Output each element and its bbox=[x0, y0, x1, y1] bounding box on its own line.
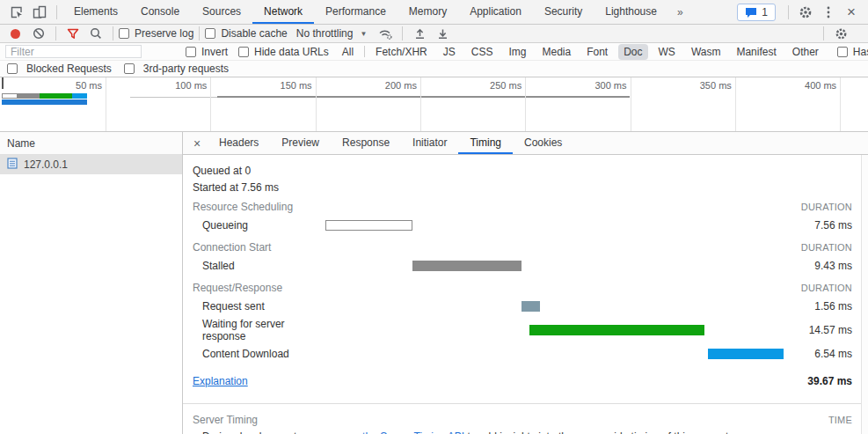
clear-icon[interactable] bbox=[27, 22, 50, 45]
throttling-dropdown[interactable]: No throttling ▼ bbox=[296, 27, 368, 40]
invert-checkbox[interactable] bbox=[186, 47, 196, 57]
tab-network[interactable]: Network bbox=[252, 0, 314, 24]
close-devtools-icon[interactable]: × bbox=[840, 1, 863, 24]
network-overview-timeline[interactable]: 50 ms100 ms150 ms200 ms250 ms300 ms350 m… bbox=[0, 77, 868, 132]
record-button[interactable] bbox=[11, 29, 20, 39]
filter-type-other[interactable]: Other bbox=[787, 44, 824, 60]
blocked-requests-checkbox[interactable] bbox=[7, 63, 18, 74]
issues-badge[interactable]: 1 bbox=[737, 4, 776, 21]
timing-bar-download bbox=[708, 349, 784, 359]
total-duration: 39.67 ms bbox=[764, 375, 861, 387]
filter-type-wasm[interactable]: Wasm bbox=[686, 44, 726, 60]
filter-type-js[interactable]: JS bbox=[438, 44, 461, 60]
throttling-value: No throttling bbox=[296, 27, 354, 40]
timing-row-label: Content Download bbox=[183, 348, 325, 360]
timing-row-label: Stalled bbox=[183, 260, 325, 272]
filter-type-img[interactable]: Img bbox=[503, 44, 531, 60]
timing-bar-track bbox=[325, 349, 784, 360]
timing-row-label: Waiting for server response bbox=[183, 318, 306, 342]
minimap-segment-waiting bbox=[40, 93, 72, 99]
filter-funnel-icon[interactable] bbox=[62, 22, 84, 45]
tab-security[interactable]: Security bbox=[533, 0, 594, 24]
timing-row-duration: 7.56 ms bbox=[784, 219, 861, 232]
requests-list-pane: Name 127.0.0.1 bbox=[0, 132, 183, 434]
tab-console[interactable]: Console bbox=[129, 0, 191, 24]
detail-tab-initiator[interactable]: Initiator bbox=[401, 132, 458, 154]
has-blocked-cookies-checkbox[interactable] bbox=[837, 47, 848, 57]
main-tabs: ElementsConsoleSourcesNetworkPerformance… bbox=[62, 0, 668, 24]
more-tabs-chevron[interactable]: » bbox=[668, 6, 692, 18]
timeline-tick-label: 350 ms bbox=[672, 80, 732, 91]
overview-activity-line-dark bbox=[217, 96, 630, 98]
hide-data-urls-checkbox[interactable] bbox=[238, 47, 249, 57]
export-har-icon[interactable] bbox=[431, 22, 454, 45]
divider bbox=[788, 5, 789, 19]
timing-row-label: Queueing bbox=[183, 219, 325, 232]
device-toolbar-icon[interactable] bbox=[28, 1, 51, 24]
explanation-link[interactable]: Explanation bbox=[193, 375, 248, 387]
timeline-tick-label: 150 ms bbox=[252, 80, 312, 91]
search-icon[interactable] bbox=[84, 22, 107, 45]
filter-type-all[interactable]: All bbox=[337, 44, 359, 60]
request-row[interactable]: 127.0.0.1 bbox=[0, 155, 182, 174]
detail-tab-response[interactable]: Response bbox=[331, 132, 401, 154]
minimap-segment-download bbox=[72, 93, 87, 99]
vertical-scrollbar[interactable] bbox=[861, 155, 868, 434]
timing-bar-queueing bbox=[325, 220, 412, 231]
detail-tab-cookies[interactable]: Cookies bbox=[513, 132, 573, 154]
timing-bar-track bbox=[325, 301, 784, 313]
tab-sources[interactable]: Sources bbox=[191, 0, 252, 24]
preserve-log-checkbox[interactable] bbox=[119, 28, 129, 39]
timeline-tick-label: 300 ms bbox=[567, 80, 627, 91]
detail-tab-timing[interactable]: Timing bbox=[458, 132, 513, 154]
timing-section-title: Connection Start bbox=[183, 241, 784, 254]
request-detail-pane: × HeadersPreviewResponseInitiatorTimingC… bbox=[183, 132, 868, 434]
divider bbox=[113, 26, 113, 40]
section-divider bbox=[183, 403, 861, 404]
filter-type-fetch-xhr[interactable]: Fetch/XHR bbox=[370, 44, 433, 60]
import-har-icon[interactable] bbox=[408, 22, 431, 45]
timing-section-header: Connection StartDURATION bbox=[183, 239, 861, 255]
filter-input[interactable] bbox=[5, 45, 142, 58]
close-detail-icon[interactable]: × bbox=[186, 136, 208, 151]
tab-application[interactable]: Application bbox=[458, 0, 533, 24]
filter-type-css[interactable]: CSS bbox=[466, 44, 499, 60]
tab-lighthouse[interactable]: Lighthouse bbox=[594, 0, 668, 24]
tab-performance[interactable]: Performance bbox=[314, 0, 398, 24]
disable-cache-label: Disable cache bbox=[221, 27, 287, 40]
filter-type-ws[interactable]: WS bbox=[653, 44, 681, 60]
third-party-requests-checkbox[interactable] bbox=[124, 63, 135, 74]
request-type-filters: AllFetch/XHRJSCSSImgMediaFontDocWSWasmMa… bbox=[334, 44, 827, 60]
timeline-gridline bbox=[525, 77, 526, 131]
chevron-down-icon: ▼ bbox=[360, 30, 367, 38]
inspect-element-icon[interactable] bbox=[5, 1, 28, 24]
settings-gear-icon[interactable] bbox=[794, 1, 817, 24]
network-settings-gear-icon[interactable] bbox=[829, 22, 852, 45]
kebab-menu-icon[interactable] bbox=[817, 1, 840, 24]
detail-tab-preview[interactable]: Preview bbox=[270, 132, 331, 154]
request-name: 127.0.0.1 bbox=[24, 158, 68, 171]
detail-tab-headers[interactable]: Headers bbox=[208, 132, 270, 154]
name-column-header[interactable]: Name bbox=[0, 132, 182, 155]
timeline-tick-label: 50 ms bbox=[42, 80, 102, 91]
overview-total-bar bbox=[2, 99, 87, 105]
filter-type-media[interactable]: Media bbox=[536, 44, 576, 60]
tab-elements[interactable]: Elements bbox=[62, 0, 129, 24]
divider bbox=[56, 5, 57, 19]
tab-memory[interactable]: Memory bbox=[398, 0, 458, 24]
timing-row-request-sent: Request sent1.56 ms bbox=[183, 296, 861, 317]
divider bbox=[823, 26, 824, 40]
timeline-gridline bbox=[735, 77, 736, 131]
timing-row-duration: 9.43 ms bbox=[784, 260, 861, 272]
filter-type-doc[interactable]: Doc bbox=[618, 44, 647, 60]
divider bbox=[55, 26, 56, 40]
filter-type-font[interactable]: Font bbox=[581, 44, 613, 60]
filter-type-manifest[interactable]: Manifest bbox=[731, 44, 781, 60]
chat-bubble-icon bbox=[745, 7, 757, 18]
third-party-requests-label: 3rd-party requests bbox=[143, 63, 229, 75]
network-conditions-icon[interactable] bbox=[374, 22, 397, 45]
timing-row-waiting-for-server-response: Waiting for server response14.57 ms bbox=[183, 317, 861, 343]
disable-cache-checkbox[interactable] bbox=[205, 28, 215, 39]
server-timing-hint: During development, you can use the Serv… bbox=[183, 430, 861, 434]
server-timing-api-link[interactable]: the Server Timing API bbox=[362, 430, 464, 434]
